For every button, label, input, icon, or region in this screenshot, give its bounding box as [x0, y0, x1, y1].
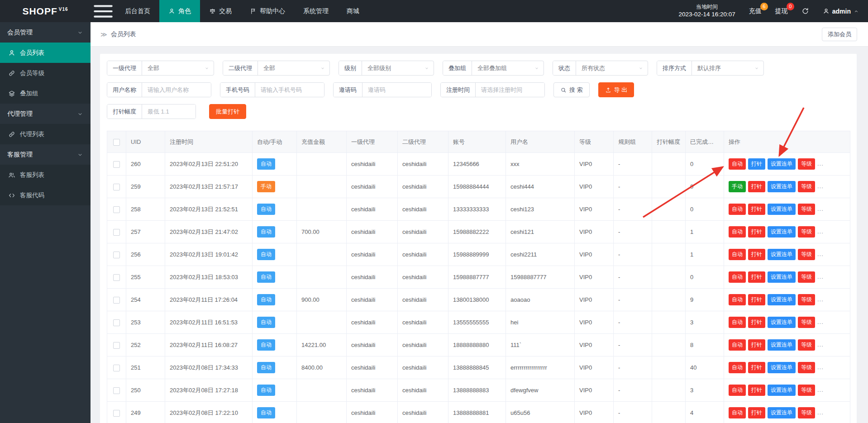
action-chain-order-button[interactable]: 设置连单	[768, 294, 796, 305]
filter-stack-group-select[interactable]: 全部叠加组	[472, 61, 544, 75]
action-needle-button[interactable]: 打针	[748, 407, 765, 418]
action-chain-order-button[interactable]: 设置连单	[768, 317, 796, 328]
search-button[interactable]: 搜 索	[553, 82, 590, 97]
sidebar-item-member-list[interactable]: 会员列表	[0, 43, 91, 63]
action-auto-button[interactable]: 自动	[729, 204, 746, 215]
action-needle-button[interactable]: 打针	[748, 226, 765, 238]
sidebar-item-stack-group[interactable]: 叠加组	[0, 83, 91, 104]
row-checkbox[interactable]	[113, 342, 120, 349]
filter-username-input[interactable]	[142, 83, 211, 97]
nav-item-help-center[interactable]: 帮助中心	[241, 0, 294, 22]
recharge-link[interactable]: 充值 6	[749, 7, 762, 15]
filter-needle-range-input[interactable]	[142, 105, 196, 119]
action-auto-button[interactable]: 手动	[729, 181, 746, 192]
action-needle-button[interactable]: 打针	[748, 204, 765, 215]
action-needle-button[interactable]: 打针	[748, 339, 765, 351]
action-chain-order-button[interactable]: 设置连单	[768, 181, 796, 192]
action-level-button[interactable]: 等级	[798, 204, 815, 215]
action-chain-order-button[interactable]: 设置连单	[768, 385, 796, 396]
export-button[interactable]: 导 出	[598, 82, 634, 97]
menu-toggle-button[interactable]	[91, 0, 116, 22]
sidebar-group-header-agent-management[interactable]: 代理管理	[0, 104, 91, 124]
row-checkbox[interactable]	[113, 206, 120, 213]
sidebar-group-header-service-management[interactable]: 客服管理	[0, 144, 91, 165]
filter-phone-input[interactable]	[255, 83, 324, 97]
row-more-button[interactable]: ...	[817, 341, 824, 348]
action-auto-button[interactable]: 自动	[729, 249, 746, 260]
sidebar-item-agent-list[interactable]: 代理列表	[0, 124, 91, 144]
sidebar-item-service-list[interactable]: 客服列表	[0, 165, 91, 185]
nav-item-role[interactable]: 角色	[159, 0, 200, 22]
row-more-button[interactable]: ...	[817, 183, 824, 190]
action-level-button[interactable]: 等级	[798, 294, 815, 305]
action-chain-order-button[interactable]: 设置连单	[768, 339, 796, 351]
sidebar-item-service-code[interactable]: 客服代码	[0, 185, 91, 205]
action-needle-button[interactable]: 打针	[748, 385, 765, 396]
row-more-button[interactable]: ...	[817, 228, 824, 235]
nav-item-system[interactable]: 系统管理	[294, 0, 338, 22]
action-needle-button[interactable]: 打针	[748, 181, 765, 192]
action-level-button[interactable]: 等级	[798, 339, 815, 351]
action-level-button[interactable]: 等级	[798, 407, 815, 418]
action-auto-button[interactable]: 自动	[729, 294, 746, 305]
nav-item-home[interactable]: 后台首页	[116, 0, 159, 22]
action-chain-order-button[interactable]: 设置连单	[768, 362, 796, 373]
action-level-button[interactable]: 等级	[798, 362, 815, 373]
sidebar-group-header-member-management[interactable]: 会员管理	[0, 22, 91, 43]
action-chain-order-button[interactable]: 设置连单	[768, 158, 796, 170]
action-needle-button[interactable]: 打针	[748, 294, 765, 305]
row-checkbox[interactable]	[113, 184, 120, 190]
batch-needle-button[interactable]: 批量打针	[209, 104, 246, 119]
row-checkbox[interactable]	[113, 252, 120, 258]
filter-reg-time-input[interactable]	[476, 83, 544, 97]
filter-sort-select[interactable]: 默认排序	[692, 61, 763, 75]
row-more-button[interactable]: ...	[817, 251, 824, 257]
action-needle-button[interactable]: 打针	[748, 362, 765, 373]
row-checkbox[interactable]	[113, 297, 120, 304]
sidebar-item-member-level[interactable]: 会员等级	[0, 63, 91, 83]
action-chain-order-button[interactable]: 设置连单	[768, 226, 796, 238]
user-menu[interactable]: admin	[823, 8, 859, 15]
withdraw-link[interactable]: 提现 0	[775, 7, 788, 15]
nav-item-trade[interactable]: 交易	[200, 0, 241, 22]
action-level-button[interactable]: 等级	[798, 158, 815, 170]
row-checkbox[interactable]	[113, 161, 120, 168]
row-more-button[interactable]: ...	[817, 318, 824, 325]
action-needle-button[interactable]: 打针	[748, 317, 765, 328]
row-checkbox[interactable]	[113, 387, 120, 394]
action-auto-button[interactable]: 自动	[729, 158, 746, 170]
action-auto-button[interactable]: 自动	[729, 407, 746, 418]
filter-agent1-select[interactable]: 全部	[142, 61, 214, 75]
action-chain-order-button[interactable]: 设置连单	[768, 204, 796, 215]
action-needle-button[interactable]: 打针	[748, 158, 765, 170]
row-more-button[interactable]: ...	[817, 160, 824, 167]
select-all-checkbox[interactable]	[113, 139, 120, 146]
row-more-button[interactable]: ...	[817, 296, 824, 303]
action-auto-button[interactable]: 自动	[729, 226, 746, 238]
row-checkbox[interactable]	[113, 319, 120, 326]
action-auto-button[interactable]: 自动	[729, 362, 746, 373]
action-level-button[interactable]: 等级	[798, 249, 815, 260]
action-level-button[interactable]: 等级	[798, 317, 815, 328]
filter-status-select[interactable]: 所有状态	[576, 61, 648, 75]
row-checkbox[interactable]	[113, 229, 120, 236]
row-checkbox[interactable]	[113, 365, 120, 371]
add-member-button[interactable]: 添加会员	[822, 28, 857, 41]
row-more-button[interactable]: ...	[817, 364, 824, 371]
filter-agent2-select[interactable]: 全部	[258, 61, 329, 75]
row-checkbox[interactable]	[113, 274, 120, 281]
row-more-button[interactable]: ...	[817, 386, 824, 393]
row-more-button[interactable]: ...	[817, 205, 824, 212]
action-level-button[interactable]: 等级	[798, 385, 815, 396]
filter-level-select[interactable]: 全部级别	[362, 61, 434, 75]
action-level-button[interactable]: 等级	[798, 226, 815, 238]
action-auto-button[interactable]: 自动	[729, 271, 746, 283]
action-level-button[interactable]: 等级	[798, 181, 815, 192]
nav-item-mall[interactable]: 商城	[338, 0, 368, 22]
action-chain-order-button[interactable]: 设置连单	[768, 249, 796, 260]
row-more-button[interactable]: ...	[817, 273, 824, 280]
action-chain-order-button[interactable]: 设置连单	[768, 271, 796, 283]
row-more-button[interactable]: ...	[817, 409, 824, 416]
action-needle-button[interactable]: 打针	[748, 249, 765, 260]
action-auto-button[interactable]: 自动	[729, 385, 746, 396]
